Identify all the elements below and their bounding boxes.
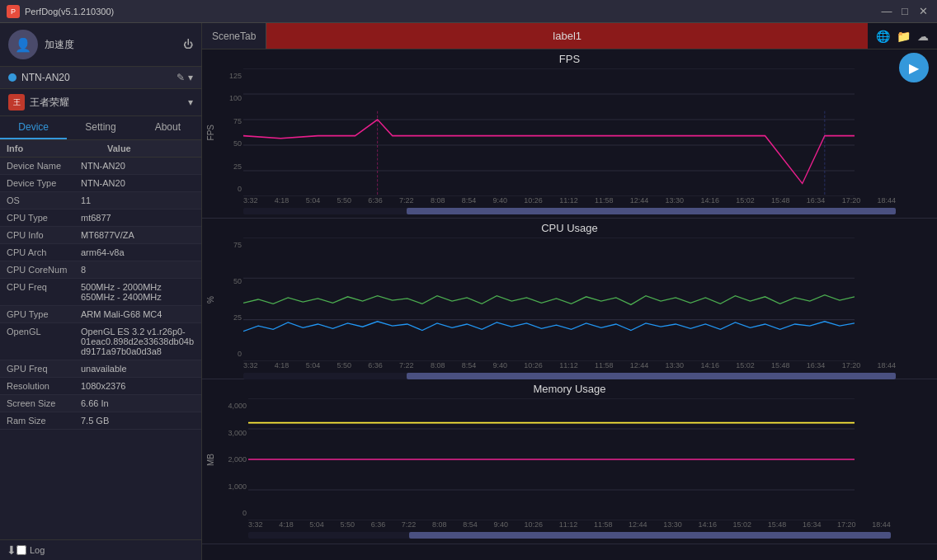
left-panel: 👤 加速度 ⏻ NTN-AN20 ✎ ▾ 王 王者荣耀 ▾ Device Set… [0,23,202,560]
scene-tab[interactable]: SceneTab [202,23,266,49]
power-icon[interactable]: ⏻ [183,39,193,50]
titlebar: P PerfDog(v5.1.210300) — □ ✕ [0,0,937,23]
cpu-x-tick: 6:36 [368,361,383,373]
tab-setting[interactable]: Setting [67,116,134,139]
device-status-dot [8,73,16,82]
game-dropdown-icon[interactable]: ▾ [188,96,193,108]
memory-chart-section: Memory Usage MB 4,000 3,000 2,000 1,000 … [202,379,937,544]
info-table-header: Info Value [0,140,201,158]
user-section: 👤 加速度 ⏻ [0,23,201,67]
cpu-x-tick: 12:44 [630,361,649,373]
table-row: OS11 [0,192,201,209]
scroll-down-icon[interactable]: ⬇ [7,544,16,557]
table-row: CPU CoreNum8 [0,261,201,279]
fps-x-axis: 3:324:185:045:506:367:228:088:549:4010:2… [202,196,937,208]
fps-x-tick: 14:16 [700,196,719,208]
fps-x-tick: 10:26 [524,196,543,208]
log-checkbox[interactable] [16,545,26,555]
cpu-y-tick: 50 [220,277,242,285]
game-icon: 王 [8,94,25,111]
close-button[interactable]: ✕ [916,4,930,19]
cloud-icon[interactable]: ☁ [917,30,929,43]
cpu-x-tick: 9:40 [493,361,508,373]
mem-x-tick: 18:44 [872,520,891,532]
cpu-scroll-bar[interactable] [243,373,896,379]
fps-y-tick: 0 [220,185,242,193]
mem-x-tick: 12:44 [629,520,647,532]
mem-x-tick: 15:48 [768,520,787,532]
cpu-x-tick: 14:16 [700,361,719,373]
mem-x-tick: 8:54 [463,520,478,532]
maximize-button[interactable]: □ [897,4,912,19]
cpu-chart-section: CPU Usage % 75 50 25 0 [202,219,937,379]
fps-chart-title: FPS [202,49,937,68]
table-row: Screen Size6.66 In [0,395,201,412]
scene-bar: SceneTab label1 🌐 📁 ☁ [202,23,937,49]
fps-scroll-thumb [407,208,896,214]
app-icon: P [7,5,20,18]
table-row: CPU Archarm64-v8a [0,244,201,261]
cpu-x-tick: 7:22 [399,361,414,373]
mem-x-tick: 5:04 [309,520,324,532]
mem-x-tick: 17:20 [837,520,856,532]
fps-x-tick: 17:20 [842,196,861,208]
fps-x-tick: 6:36 [368,196,383,208]
folder-icon[interactable]: 📁 [897,30,911,43]
memory-scroll-thumb [409,532,891,539]
titlebar-left: P PerfDog(v5.1.210300) [7,5,114,18]
mem-x-tick: 8:08 [432,520,447,532]
game-selector[interactable]: 王 王者荣耀 ▾ [0,89,201,116]
minimize-button[interactable]: — [879,4,894,19]
mem-y-tick: 3,000 [220,429,247,437]
mem-x-tick: 16:34 [803,520,822,532]
fps-x-tick: 16:34 [807,196,826,208]
fps-chart-canvas-area: 59 0 0.00 0 FPS Jank(卡顿次数) Stutter(卡顿率) … [243,68,937,196]
cpu-x-tick: 8:08 [431,361,445,373]
cpu-chart-title: CPU Usage [202,219,937,238]
log-checkbox-group: Log [16,545,45,555]
fps-scroll-bar[interactable] [243,208,896,214]
cpu-x-tick: 3:32 [243,361,258,373]
play-button[interactable]: ▶ [899,53,929,82]
cpu-x-tick: 17:20 [842,361,861,373]
device-selector[interactable]: NTN-AN20 ✎ ▾ [0,67,201,89]
cpu-x-tick: 18:44 [877,361,896,373]
device-actions: ✎ ▾ [177,72,193,83]
tab-about[interactable]: About [134,116,201,139]
memory-scroll-bar[interactable] [248,532,891,539]
main-layout: 👤 加速度 ⏻ NTN-AN20 ✎ ▾ 王 王者荣耀 ▾ Device Set… [0,23,937,560]
window-controls: — □ ✕ [879,4,930,19]
globe-icon[interactable]: 🌐 [876,30,890,43]
fps-x-tick: 13:30 [666,196,685,208]
cpu-x-tick: 13:30 [666,361,685,373]
log-label: Log [30,545,45,555]
fps-y-tick: 50 [220,139,242,148]
cpu-x-tick: 5:50 [337,361,351,373]
mem-y-tick: 0 [220,509,247,517]
table-row: CPU Typemt6877 [0,209,201,227]
table-row: OpenGLOpenGL ES 3.2 v1.r26p0-01eac0.898d… [0,323,201,360]
toolbar-icons: 🌐 📁 ☁ [868,30,937,43]
fps-y-tick: 100 [220,94,242,102]
info-table: Info Value Device NameNTN-AN20 Device Ty… [0,140,201,539]
header-value: Value [101,140,201,157]
fps-x-tick: 8:08 [431,196,445,208]
fps-y-tick: 125 [220,72,242,80]
label-tab[interactable]: label1 [266,23,868,49]
fps-x-tick: 9:40 [493,196,508,208]
mem-x-tick: 14:16 [698,520,717,532]
mem-x-tick: 10:26 [525,520,544,532]
tab-device[interactable]: Device [0,116,67,139]
cpu-y-label: % [206,296,215,304]
cpu-chart-canvas-area: 24% 40% AppCPU TotalCPU [243,238,937,361]
fps-y-label: FPS [206,125,215,140]
cpu-svg [243,238,855,361]
device-edit-icon[interactable]: ✎ [177,72,185,83]
table-row: Device NameNTN-AN20 [0,158,201,175]
mem-y-tick: 4,000 [220,402,247,410]
table-row: Ram Size7.5 GB [0,412,201,430]
fps-x-tick: 15:48 [771,196,790,208]
device-dropdown-icon[interactable]: ▾ [188,72,193,83]
mem-x-tick: 6:36 [371,520,386,532]
username: 加速度 [45,38,74,52]
